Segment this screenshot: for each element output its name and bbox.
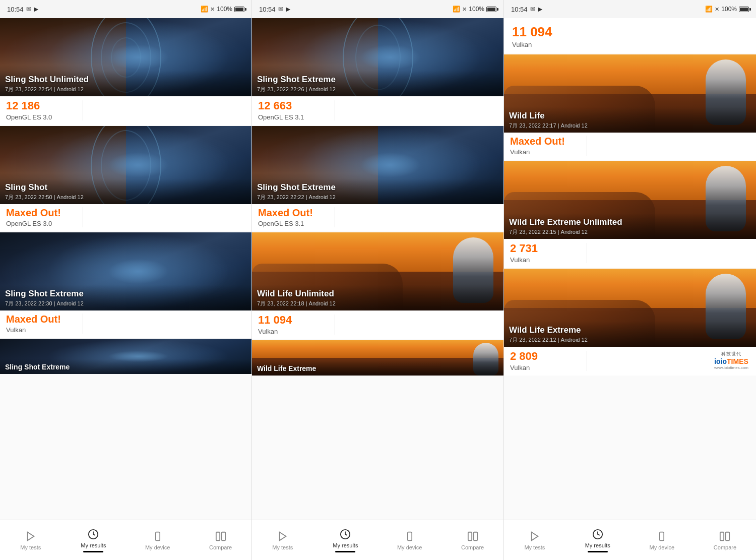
time-1: 10:54 (7, 6, 24, 13)
flag-icon-1: ▶ (34, 6, 38, 13)
nav-icon-compare-3 (718, 530, 731, 543)
nav-label-my-tests-1: My tests (20, 544, 41, 550)
scroll-area-1[interactable]: Sling Shot Unlimited 7月 23, 2022 22:54 |… (0, 18, 251, 520)
nav-compare-1[interactable]: Compare (205, 527, 236, 553)
msg-icon-3: ✉ (530, 6, 535, 13)
result-card-wild-life-extreme-unlimited: Wild Life Extreme Unlimited 7月 23, 2022 … (504, 161, 756, 268)
card-score-row-3-2: 2 731 Vulkan (504, 239, 756, 268)
scroll-area-3[interactable]: 11 094 Vulkan Wild Life 7月 23, 2022 22:1… (504, 18, 756, 520)
signal-icon-3: ✕ (715, 6, 719, 13)
card-image-2-1: Sling Shot Extreme 7月 23, 2022 22:26 | A… (252, 18, 503, 96)
bottom-nav-2: My tests My results My device (252, 520, 503, 560)
card-meta-2-3: 7月 23, 2022 22:18 | Android 12 (257, 300, 498, 307)
card-image-2-3: Wild Life Unlimited 7月 23, 2022 22:18 | … (252, 232, 503, 310)
nav-my-tests-1[interactable]: My tests (16, 527, 46, 553)
card-score-row-2-3: 11 094 Vulkan (252, 310, 503, 339)
wifi-icon-2: 📶 (453, 6, 460, 13)
nav-label-compare-3: Compare (714, 544, 736, 550)
nav-my-results-1[interactable]: My results (77, 525, 110, 555)
nav-underline-3 (588, 551, 608, 552)
card-title-2-4: Wild Life Extreme (257, 364, 498, 372)
status-bar-3: 10:54 ✉ ▶ 📶 ✕ 100% (504, 0, 756, 18)
phone-panel-2: 10:54 ✉ ▶ 📶 ✕ 100% (252, 0, 504, 560)
status-bar-1: 10:54 ✉ ▶ 📶 ✕ 100% (0, 0, 251, 18)
card-meta-1-2: 7月 23, 2022 22:50 | Android 12 (5, 194, 246, 201)
battery-icon-2 (486, 7, 496, 12)
card-meta-2-1: 7月 23, 2022 22:26 | Android 12 (257, 86, 498, 93)
nav-my-tests-2[interactable]: My tests (268, 527, 298, 553)
card-title-3-1: Wild Life (509, 111, 751, 121)
nav-my-tests-3[interactable]: My tests (520, 527, 550, 553)
card-api-2-2: OpenGL ES 3.1 (258, 220, 329, 227)
svg-marker-0 (27, 532, 34, 541)
svg-marker-12 (531, 532, 538, 541)
card-meta-3-2: 7月 23, 2022 22:15 | Android 12 (509, 228, 751, 236)
card-image-3-3: Wild Life Extreme 7月 23, 2022 22:12 | An… (504, 269, 756, 347)
card-title-3-3: Wild Life Extreme (509, 325, 751, 335)
svg-rect-14 (660, 532, 664, 541)
watermark-orange-text: TIMES (727, 357, 748, 365)
card-score-1-3: Maxed Out! (6, 314, 77, 325)
phone-panel-3: 10:54 ✉ ▶ 📶 ✕ 100% 11 094 Vulkan (504, 0, 756, 560)
svg-rect-5 (221, 532, 225, 541)
nav-compare-3[interactable]: Compare (710, 527, 740, 553)
card-score-row-1-3: Maxed Out! Vulkan (0, 310, 251, 338)
result-card-wild-life-unlimited: Wild Life Unlimited 7月 23, 2022 22:18 | … (252, 232, 503, 339)
nav-my-results-3[interactable]: My results (581, 525, 614, 555)
card-score-row-1-2: Maxed Out! OpenGL ES 3.0 (0, 204, 251, 231)
card-overlay-1-1: Sling Shot Unlimited 7月 23, 2022 22:54 |… (0, 71, 251, 96)
bottom-nav-3: My tests My results My device (504, 520, 756, 560)
svg-rect-17 (726, 532, 729, 541)
svg-rect-8 (408, 532, 412, 541)
nav-icon-my-results-2 (339, 528, 352, 541)
card-api-2-3: Vulkan (258, 328, 329, 335)
card-title-1-1: Sling Shot Unlimited (5, 75, 246, 85)
nav-label-my-device-3: My device (650, 544, 675, 550)
nav-label-my-device-1: My device (145, 544, 170, 550)
card-score-2-2: Maxed Out! (258, 207, 329, 219)
watermark-blue-text: ioio (714, 357, 727, 365)
time-2: 10:54 (259, 6, 276, 13)
card-title-1-4: Sling Shot Extreme (5, 363, 246, 371)
nav-label-compare-1: Compare (209, 544, 232, 550)
nav-label-compare-2: Compare (461, 544, 484, 550)
card-score-row-1-1: 12 186 OpenGL ES 3.0 (0, 96, 251, 125)
card-title-2-1: Sling Shot Extreme (257, 75, 498, 85)
card-image-1-2: Sling Shot 7月 23, 2022 22:50 | Android 1… (0, 126, 251, 204)
battery-text-3: 100% (721, 6, 737, 13)
nav-compare-2[interactable]: Compare (457, 527, 488, 553)
card-image-1-4: Sling Shot Extreme (0, 339, 251, 374)
card-score-2-1: 12 663 (258, 99, 329, 112)
nav-label-my-tests-3: My tests (524, 544, 545, 550)
nav-icon-my-results-3 (591, 528, 604, 541)
card-score-3-3: 2 809 (510, 350, 581, 363)
card-overlay-1-3: Sling Shot Extreme 7月 23, 2022 22:30 | A… (0, 285, 251, 310)
card-api-2-1: OpenGL ES 3.1 (258, 113, 329, 121)
card-title-2-2: Sling Shot Extreme (257, 182, 498, 193)
nav-my-results-2[interactable]: My results (329, 525, 362, 555)
wifi-icon-3: 📶 (705, 6, 713, 13)
nav-my-device-1[interactable]: My device (141, 527, 174, 553)
signal-icon-2: ✕ (462, 6, 467, 13)
card-overlay-1-4: Sling Shot Extreme (0, 359, 251, 374)
card-overlay-1-2: Sling Shot 7月 23, 2022 22:50 | Android 1… (0, 178, 251, 204)
card-image-2-2: Sling Shot Extreme 7月 23, 2022 22:22 | A… (252, 126, 503, 204)
result-card-sling-shot-extreme-vulkan: Sling Shot Extreme 7月 23, 2022 22:30 | A… (0, 232, 251, 338)
battery-icon-3 (739, 7, 749, 12)
nav-underline-2 (335, 551, 355, 552)
card-api-1-3: Vulkan (6, 326, 77, 334)
card-score-2-3: 11 094 (258, 314, 329, 327)
nav-my-device-2[interactable]: My device (393, 527, 426, 553)
scroll-area-2[interactable]: Sling Shot Extreme 7月 23, 2022 22:26 | A… (252, 18, 503, 520)
nav-underline-1 (83, 551, 103, 552)
nav-my-device-3[interactable]: My device (646, 527, 679, 553)
result-card-sling-shot-extreme-opengl: Sling Shot Extreme 7月 23, 2022 22:26 | A… (252, 18, 503, 125)
card-title-3-2: Wild Life Extreme Unlimited (509, 217, 751, 227)
svg-rect-4 (216, 532, 219, 541)
nav-icon-my-device-3 (655, 530, 668, 543)
card-overlay-3-1: Wild Life 7月 23, 2022 22:17 | Android 12 (504, 107, 756, 133)
card-overlay-3-2: Wild Life Extreme Unlimited 7月 23, 2022 … (504, 213, 756, 239)
card-title-2-3: Wild Life Unlimited (257, 289, 498, 299)
nav-icon-compare-1 (214, 530, 227, 543)
top-score-number: 11 094 (512, 24, 748, 40)
